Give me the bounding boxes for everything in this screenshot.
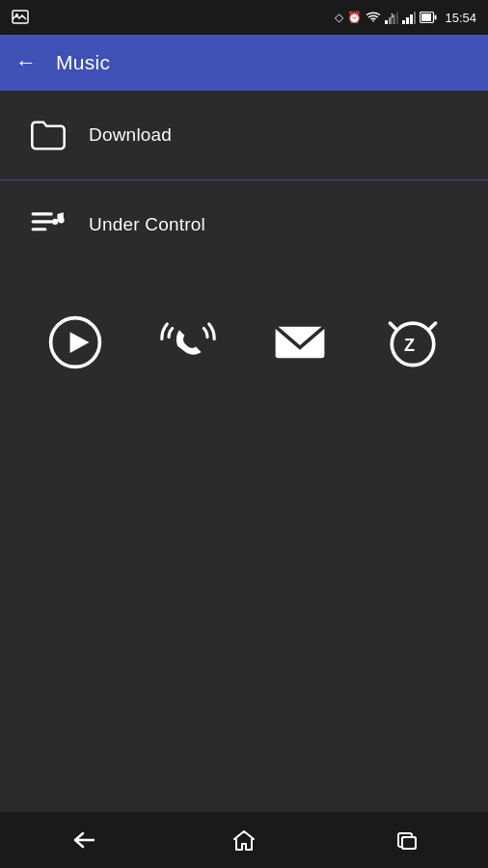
alarm-button[interactable]: Z — [378, 308, 447, 377]
download-list-item[interactable]: Download — [0, 91, 488, 179]
svg-point-18 — [58, 217, 64, 223]
divider-1 — [0, 179, 488, 180]
ringtone-button[interactable] — [153, 308, 223, 377]
download-label: Download — [89, 124, 172, 146]
battery-icon — [420, 12, 437, 23]
svg-rect-8 — [406, 17, 409, 24]
svg-rect-3 — [389, 17, 392, 24]
status-time: 15:54 — [445, 11, 476, 25]
status-bar: ◇ ⏰ 1 15:54 — [0, 0, 488, 35]
svg-rect-15 — [32, 220, 53, 223]
svg-rect-25 — [402, 837, 416, 849]
nav-recents-button[interactable] — [379, 821, 435, 859]
svg-rect-9 — [410, 14, 413, 24]
app-bar: ← Music — [0, 35, 488, 91]
nav-home-button[interactable] — [216, 821, 272, 859]
folder-icon — [23, 110, 73, 160]
app-bar-title: Music — [56, 51, 110, 74]
svg-rect-10 — [414, 12, 416, 24]
play-button[interactable] — [41, 308, 110, 377]
svg-rect-14 — [32, 212, 53, 215]
under-control-list-item[interactable]: Under Control — [0, 180, 488, 269]
signal1-icon: 1 — [385, 12, 398, 24]
status-bar-left — [12, 10, 29, 25]
sim-icon: ◇ — [335, 11, 343, 24]
under-control-label: Under Control — [89, 214, 205, 235]
svg-rect-12 — [435, 15, 437, 20]
back-button[interactable]: ← — [15, 50, 37, 75]
svg-rect-5 — [396, 12, 398, 24]
status-bar-right: ◇ ⏰ 1 15:54 — [335, 11, 476, 25]
svg-text:Z: Z — [404, 336, 415, 355]
svg-rect-13 — [421, 14, 431, 21]
svg-marker-20 — [70, 332, 90, 353]
message-button[interactable] — [265, 308, 335, 377]
svg-rect-16 — [32, 228, 47, 231]
nav-back-button[interactable] — [53, 821, 109, 859]
action-icons-row: Z — [0, 279, 488, 396]
signal2-icon — [402, 12, 416, 24]
music-list-icon — [23, 200, 73, 250]
wifi-icon — [366, 12, 381, 24]
nav-bar — [0, 812, 488, 868]
svg-rect-7 — [402, 20, 405, 24]
svg-point-17 — [52, 219, 58, 225]
picture-icon — [12, 10, 29, 25]
clock-icon: ⏰ — [347, 11, 362, 24]
content-area: Download Under Control — [0, 91, 488, 396]
svg-rect-2 — [385, 20, 388, 24]
